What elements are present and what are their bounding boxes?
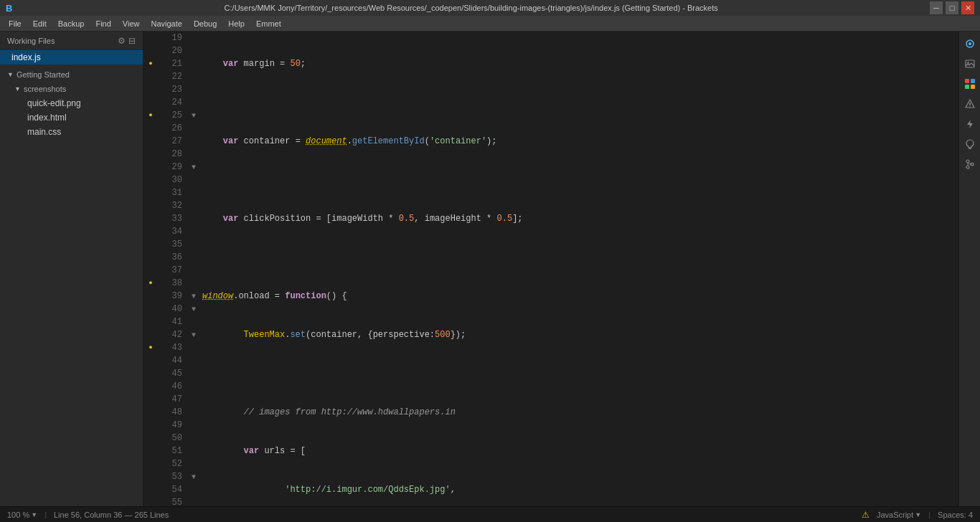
sidebar-subsection-header-screenshots[interactable]: ▼ screenshots — [7, 82, 143, 96]
linenum-28: 28 — [158, 148, 182, 161]
line-numbers: 19 20 21 22 23 24 25 26 27 28 29 30 31 3… — [158, 32, 188, 506]
linenum-36: 36 — [158, 251, 182, 264]
linenum-38: 38 — [158, 277, 182, 290]
statusbar-right: ⚠ JavaScript ▼ | Spaces: 4 — [862, 510, 973, 520]
bulb-icon[interactable] — [961, 135, 979, 153]
sidebar-header-icons: ⚙ ⊟ — [118, 36, 136, 46]
linenum-23: 23 — [158, 83, 182, 96]
subsection-label: screenshots — [24, 85, 66, 93]
sidebar-file-indexjs[interactable]: index.js — [0, 50, 143, 65]
fold-29[interactable]: ▼ — [188, 161, 199, 174]
jshint-icon[interactable] — [961, 95, 979, 113]
svg-point-10 — [969, 106, 971, 108]
menu-file[interactable]: File — [3, 18, 27, 29]
image-icon[interactable] — [961, 54, 979, 73]
menu-debug[interactable]: Debug — [188, 18, 222, 29]
gutter-52 — [143, 457, 158, 470]
fold-24 — [188, 96, 199, 109]
linenum-45: 45 — [158, 367, 182, 380]
minimize-button[interactable]: ─ — [930, 1, 943, 14]
code-content[interactable]: var margin = 50; var container = documen… — [199, 32, 958, 506]
fold-25[interactable]: ▼ — [188, 109, 199, 122]
gutter-49 — [143, 419, 158, 432]
live-preview-icon[interactable] — [961, 34, 979, 53]
sidebar-file-indexhtml[interactable]: index.html — [7, 110, 143, 125]
language-selector[interactable]: JavaScript ▼ — [877, 511, 921, 519]
sidebar-file-quick-edit[interactable]: quick-edit.png — [7, 96, 143, 110]
svg-rect-5 — [971, 79, 975, 83]
gutter-31 — [143, 186, 158, 199]
fold-33 — [188, 212, 199, 225]
linenum-53: 53 — [158, 470, 182, 483]
svg-point-1 — [969, 42, 971, 45]
arrow-25: ● — [149, 112, 152, 119]
code-line-27 — [202, 367, 958, 380]
arrow-21: ● — [149, 60, 152, 67]
maximize-button[interactable]: □ — [946, 1, 958, 14]
linenum-31: 31 — [158, 186, 182, 199]
linenum-25: 25 — [158, 109, 182, 122]
code-line-23: var clickPosition = [imageWidth * 0.5, i… — [202, 212, 958, 225]
gutter-27 — [143, 135, 158, 148]
menu-edit[interactable]: Edit — [27, 18, 52, 29]
linenum-34: 34 — [158, 225, 182, 238]
linenum-44: 44 — [158, 354, 182, 367]
sidebar-section-header-getting-started[interactable]: ▼ Getting Started — [0, 67, 143, 82]
titlebar-controls: ─ □ ✕ — [930, 1, 974, 14]
gutter-48 — [143, 406, 158, 419]
close-button[interactable]: ✕ — [961, 1, 974, 14]
linenum-41: 41 — [158, 315, 182, 328]
code-line-22 — [202, 174, 958, 186]
svg-point-3 — [967, 62, 969, 63]
fold-41 — [188, 315, 199, 328]
linenum-46: 46 — [158, 380, 182, 393]
svg-point-14 — [966, 160, 969, 163]
fold-42[interactable]: ▼ — [188, 328, 199, 341]
gear-icon[interactable]: ⚙ — [118, 36, 126, 46]
sidebar-section-getting-started: ▼ Getting Started ▼ screenshots quick-ed… — [0, 67, 143, 139]
zoom-control[interactable]: 100 % ▼ — [7, 511, 37, 519]
linenum-22: 22 — [158, 70, 182, 83]
arrow-43: ● — [149, 344, 152, 351]
linenum-20: 20 — [158, 44, 182, 57]
gutter-20 — [143, 44, 158, 57]
linenum-55: 55 — [158, 496, 182, 506]
fold-53[interactable]: ▼ — [188, 470, 199, 483]
fold-28 — [188, 148, 199, 161]
split-icon[interactable]: ⊟ — [128, 36, 136, 46]
gutter-23 — [143, 83, 158, 96]
spaces-label: Spaces: 4 — [938, 511, 973, 519]
fold-30 — [188, 174, 199, 186]
fold-26 — [188, 122, 199, 135]
menu-navigate[interactable]: Navigate — [145, 18, 187, 29]
menu-find[interactable]: Find — [90, 18, 116, 29]
fold-52 — [188, 457, 199, 470]
gutter-51 — [143, 445, 158, 457]
linenum-52: 52 — [158, 457, 182, 470]
titlebar-left: B — [6, 3, 12, 14]
menu-emmet[interactable]: Emmet — [250, 18, 287, 29]
fold-40[interactable]: ▼ — [188, 303, 199, 315]
fold-43 — [188, 341, 199, 354]
git-icon[interactable] — [961, 155, 979, 174]
fold-21 — [188, 57, 199, 70]
gutter-46 — [143, 380, 158, 393]
code-line-25: window.onload = function() { — [202, 290, 958, 303]
sidebar: Working Files ⚙ ⊟ index.js ▼ Getting Sta… — [0, 32, 143, 506]
zoom-arrow-icon: ▼ — [31, 511, 37, 518]
titlebar: B C:/Users/MMK Jony/Territory/_resources… — [0, 0, 980, 16]
sidebar-header: Working Files ⚙ ⊟ — [0, 32, 143, 50]
sidebar-file-maincss[interactable]: main.css — [7, 125, 143, 139]
fold-51 — [188, 445, 199, 457]
fold-39[interactable]: ▼ — [188, 290, 199, 303]
linenum-29: 29 — [158, 161, 182, 174]
menu-help[interactable]: Help — [222, 18, 250, 29]
gutter-54 — [143, 483, 158, 496]
fold-20 — [188, 44, 199, 57]
menu-view[interactable]: View — [117, 18, 146, 29]
menu-backup[interactable]: Backup — [52, 18, 90, 29]
lightning-icon[interactable] — [961, 115, 979, 133]
color-icon[interactable] — [961, 75, 979, 93]
cursor-position: Line 56, Column 36 — 265 Lines — [54, 511, 169, 519]
gutter-45 — [143, 367, 158, 380]
